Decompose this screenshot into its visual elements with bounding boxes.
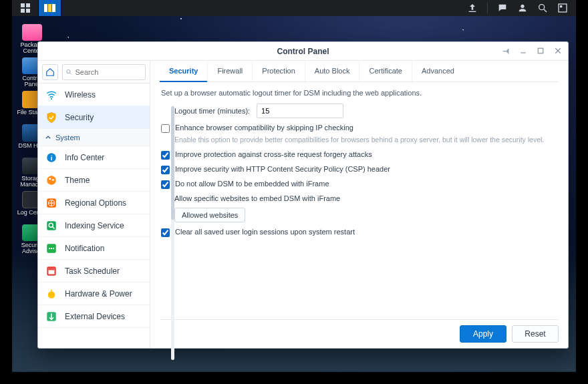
sidebar-item-indexing[interactable]: Indexing Service xyxy=(38,214,150,237)
tab-security[interactable]: Security xyxy=(160,61,207,82)
svg-rect-29 xyxy=(49,268,55,270)
section-description: Set up a browser automatic logout timer … xyxy=(160,82,559,101)
search-input[interactable] xyxy=(75,68,142,76)
chevron-up-icon xyxy=(45,134,51,141)
svg-line-11 xyxy=(70,73,71,74)
checkbox-csp[interactable]: Improve security with HTTP Content Secur… xyxy=(160,162,559,177)
sidebar-item-label: Hardware & Power xyxy=(65,289,132,299)
sidebar-item-task-scheduler[interactable]: Task Scheduler xyxy=(38,260,150,282)
sidebar-item-label: Security xyxy=(65,113,94,122)
checkbox-csrf[interactable]: Improve protection against cross-site re… xyxy=(160,148,559,162)
checkbox-label: Improve security with HTTP Content Secur… xyxy=(175,165,390,173)
svg-rect-20 xyxy=(47,221,56,230)
svg-point-16 xyxy=(49,178,51,180)
checkbox-input[interactable] xyxy=(161,166,170,174)
sidebar-item-label: Theme xyxy=(65,176,90,185)
sidebar-item-label: External Devices xyxy=(65,312,125,321)
globe-icon xyxy=(45,196,58,210)
minimize-button[interactable] xyxy=(517,45,529,57)
svg-line-3 xyxy=(544,9,547,12)
taskbar xyxy=(12,0,576,16)
search-icon[interactable] xyxy=(537,3,548,13)
notification-icon xyxy=(45,242,58,255)
sidebar-item-label: Notification xyxy=(65,244,104,253)
chat-icon[interactable] xyxy=(497,3,508,13)
sidebar-item-info-center[interactable]: iInfo Center xyxy=(38,146,150,169)
scheduler-icon xyxy=(45,264,58,278)
footer: Apply Reset xyxy=(160,319,559,343)
main-menu-button[interactable] xyxy=(12,0,39,16)
sidebar-item-label: Indexing Service xyxy=(65,221,124,230)
content-pane: Security Firewall Protection Auto Block … xyxy=(150,61,568,348)
allowed-websites-button[interactable]: Allowed websites xyxy=(174,208,245,222)
svg-point-10 xyxy=(67,69,70,73)
svg-point-1 xyxy=(521,5,524,8)
checkbox-clear-sessions[interactable]: Clear all saved user login sessions upon… xyxy=(160,225,559,240)
taskbar-app-button[interactable] xyxy=(39,0,61,16)
index-icon xyxy=(45,219,58,232)
window-title: Control Panel xyxy=(277,47,329,56)
sidebar-item-security[interactable]: Security xyxy=(38,106,150,129)
sidebar-item-theme[interactable]: Theme xyxy=(38,169,150,192)
checkbox-browser-compat[interactable]: Enhance browser compatibility by skippin… xyxy=(160,121,559,136)
home-button[interactable] xyxy=(42,64,58,80)
checkbox-label: Do not allow DSM to be embedded with iFr… xyxy=(175,180,329,188)
upload-icon[interactable] xyxy=(467,3,478,13)
wifi-icon xyxy=(45,88,58,102)
titlebar[interactable]: Control Panel xyxy=(38,42,568,61)
tab-advanced[interactable]: Advanced xyxy=(412,61,464,81)
logout-timer-input[interactable] xyxy=(257,104,343,118)
svg-rect-4 xyxy=(559,4,567,12)
info-icon: i xyxy=(45,151,58,164)
sidebar: Wireless Security System iInfo Center Th… xyxy=(38,61,150,348)
sidebar-scrollbar[interactable] xyxy=(171,106,174,360)
tablist: Security Firewall Protection Auto Block … xyxy=(160,61,559,82)
checkbox-input[interactable] xyxy=(161,228,170,237)
sidebar-item-label: Info Center xyxy=(65,153,104,162)
sidebar-item-regional[interactable]: Regional Options xyxy=(38,192,150,214)
widgets-icon[interactable] xyxy=(557,3,568,13)
sidebar-group-system[interactable]: System xyxy=(38,129,150,146)
checkbox-input[interactable] xyxy=(161,180,170,189)
sidebar-item-notification[interactable]: Notification xyxy=(38,237,150,260)
apply-button[interactable]: Apply xyxy=(460,325,506,343)
shield-icon xyxy=(45,111,58,124)
maximize-button[interactable] xyxy=(535,45,547,57)
svg-rect-31 xyxy=(51,289,52,293)
checkbox-label: Clear all saved user login sessions upon… xyxy=(175,228,355,236)
svg-text:i: i xyxy=(51,154,53,161)
control-panel-window: Control Panel xyxy=(37,41,569,349)
svg-rect-5 xyxy=(560,5,562,7)
svg-rect-7 xyxy=(538,48,543,53)
svg-point-2 xyxy=(539,5,545,10)
svg-point-24 xyxy=(49,247,50,248)
checkbox-label: Improve protection against cross-site re… xyxy=(175,150,372,158)
close-button[interactable] xyxy=(552,45,564,57)
checkbox-iframe[interactable]: Do not allow DSM to be embedded with iFr… xyxy=(160,177,559,192)
sidebar-item-label: Regional Options xyxy=(65,198,126,208)
search-icon xyxy=(65,68,72,76)
home-icon xyxy=(45,67,55,77)
svg-point-25 xyxy=(51,247,52,248)
tab-auto-block[interactable]: Auto Block xyxy=(305,61,359,81)
checkbox-input[interactable] xyxy=(161,124,170,133)
sidebar-item-hardware[interactable]: Hardware & Power xyxy=(38,282,150,305)
sidebar-group-label: System xyxy=(55,134,80,142)
sidebar-item-external[interactable]: External Devices xyxy=(38,305,150,328)
search-box[interactable] xyxy=(62,64,146,80)
external-icon xyxy=(45,310,58,323)
tab-protection[interactable]: Protection xyxy=(252,61,305,81)
iframe-sub-label: Allow specific websites to embed DSM wit… xyxy=(160,192,559,205)
sidebar-item-label: Task Scheduler xyxy=(65,266,120,276)
svg-point-26 xyxy=(53,247,54,248)
user-icon[interactable] xyxy=(517,3,528,13)
theme-icon xyxy=(45,174,58,187)
pin-icon[interactable] xyxy=(500,45,512,57)
svg-point-17 xyxy=(52,178,54,180)
reset-button[interactable]: Reset xyxy=(512,325,559,343)
tab-certificate[interactable]: Certificate xyxy=(359,61,412,81)
tab-firewall[interactable]: Firewall xyxy=(207,61,252,81)
sidebar-item-wireless[interactable]: Wireless xyxy=(38,83,150,106)
checkbox-input[interactable] xyxy=(161,151,170,160)
checkbox-label: Enhance browser compatibility by skippin… xyxy=(175,124,353,132)
